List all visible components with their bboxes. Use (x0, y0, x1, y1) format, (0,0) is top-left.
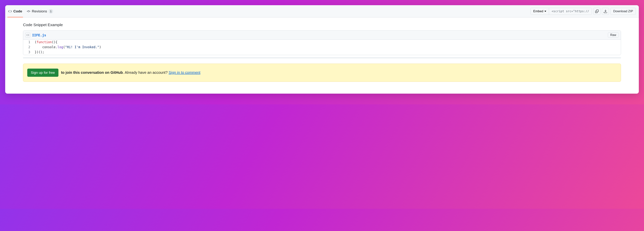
tab-revisions[interactable]: Revisions 1 (27, 5, 53, 17)
file-code-icon (26, 33, 30, 38)
desktop-download-button[interactable] (602, 8, 609, 15)
embed-label: Embed (533, 10, 543, 13)
line-number: 1 (23, 40, 33, 45)
copy-button[interactable] (593, 8, 600, 15)
gist-description: Code Snippet Example (23, 22, 621, 27)
code-line: 3 })(); (23, 50, 621, 55)
commit-icon (27, 10, 30, 13)
toolbar: Embed <script src="https:// Download ZIP (530, 8, 636, 15)
signin-link[interactable]: Sign in to comment (168, 70, 200, 74)
caret-down-icon (544, 10, 546, 12)
filename-link[interactable]: IIFE.js (32, 33, 46, 37)
desktop-download-icon (604, 10, 607, 13)
file-box: IIFE.js Raw 1 (function(){ 2 console.log… (23, 30, 621, 55)
tab-code[interactable]: Code (8, 5, 22, 17)
tab-revisions-label: Revisions (32, 9, 47, 13)
line-number: 3 (23, 50, 33, 55)
raw-button[interactable]: Raw (608, 32, 618, 38)
top-bar: Code Revisions 1 Embed <script src="http… (5, 5, 639, 18)
line-content[interactable]: (function(){ (33, 40, 621, 45)
tab-code-label: Code (13, 9, 22, 13)
download-zip-label: Download ZIP (613, 10, 633, 13)
filename-wrap: IIFE.js (26, 33, 46, 38)
banner-text: to join this conversation on GitHub. Alr… (61, 70, 200, 75)
gist-window: Code Revisions 1 Embed <script src="http… (5, 5, 639, 94)
signup-button[interactable]: Sign up for free (27, 68, 58, 77)
embed-dropdown-button[interactable]: Embed (531, 8, 549, 15)
code-table: 1 (function(){ 2 console.log("Hi! I'm In… (23, 40, 621, 55)
embed-script-field[interactable]: <script src="https:// (549, 8, 592, 15)
download-zip-button[interactable]: Download ZIP (610, 8, 636, 15)
code-icon (8, 10, 12, 13)
line-content[interactable]: })(); (33, 50, 621, 55)
banner-plain: . Already have an account? (123, 70, 168, 74)
banner-bold: to join this conversation on GitHub (61, 70, 123, 74)
code-line: 1 (function(){ (23, 40, 621, 45)
file-header: IIFE.js Raw (23, 30, 621, 40)
embed-group: Embed <script src="https:// (530, 8, 592, 15)
copy-icon (595, 10, 598, 13)
signup-banner: Sign up for free to join this conversati… (23, 64, 621, 82)
code-line: 2 console.log("Hi! I'm Invoked.") (23, 45, 621, 50)
content-area: Code Snippet Example IIFE.js Raw 1 (func… (5, 18, 639, 94)
divider (23, 57, 621, 58)
revisions-count-badge: 1 (48, 9, 53, 14)
tab-list: Code Revisions 1 (8, 5, 53, 17)
line-number: 2 (23, 45, 33, 50)
line-content[interactable]: console.log("Hi! I'm Invoked.") (33, 45, 621, 50)
